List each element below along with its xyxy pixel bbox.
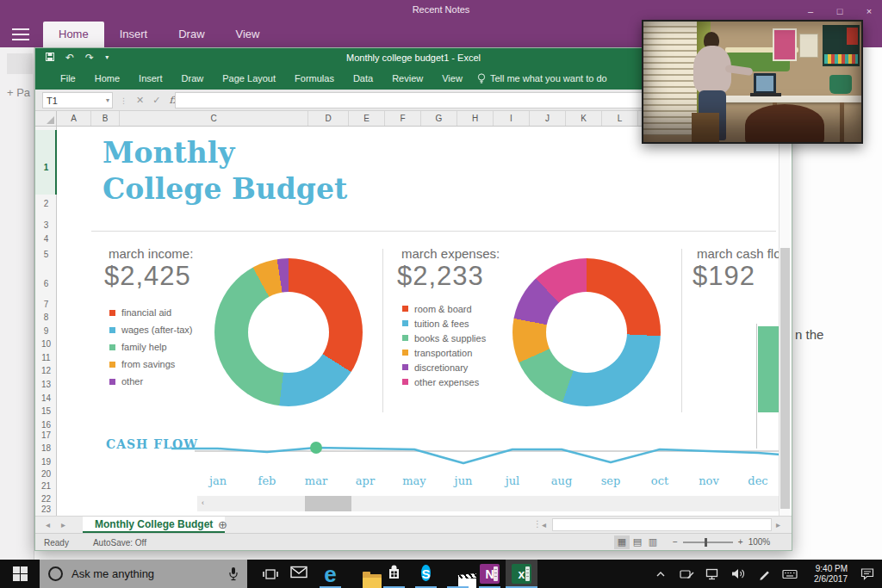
- row-header-23[interactable]: 23: [35, 504, 57, 517]
- sheet-tab[interactable]: Monthly College Budget: [83, 517, 225, 533]
- video-overlay[interactable]: [642, 20, 863, 144]
- onenote-tab-view[interactable]: View: [220, 22, 276, 47]
- taskbar-app-store[interactable]: [378, 560, 410, 588]
- select-all-corner[interactable]: [35, 111, 57, 127]
- zoom-out-icon[interactable]: −: [673, 537, 678, 547]
- touch-keyboard-icon[interactable]: [777, 568, 803, 580]
- row-header-8[interactable]: 8: [35, 313, 57, 325]
- taskbar-app-mail[interactable]: [283, 560, 314, 588]
- hscroll-left-icon[interactable]: ◂: [542, 520, 546, 529]
- onenote-sidebar-button[interactable]: [7, 53, 33, 74]
- column-header-E[interactable]: E: [349, 111, 385, 127]
- column-header-D[interactable]: D: [308, 111, 349, 127]
- column-header-K[interactable]: K: [566, 111, 602, 127]
- page-break-view-button[interactable]: ▥: [645, 535, 661, 549]
- name-box[interactable]: T1▾: [42, 92, 113, 108]
- chart-horizontal-scrollbar[interactable]: ‹: [197, 496, 780, 511]
- minimize-icon[interactable]: –: [803, 6, 818, 16]
- excel-ribbon-tab-formulas[interactable]: Formulas: [285, 68, 344, 89]
- scrollbar-thumb[interactable]: [305, 496, 351, 511]
- network-icon[interactable]: [699, 567, 725, 580]
- excel-ribbon-tab-home[interactable]: Home: [85, 68, 129, 89]
- show-hidden-icons-chevron[interactable]: [648, 568, 674, 580]
- onenote-tab-draw[interactable]: Draw: [163, 22, 220, 47]
- onenote-tab-insert[interactable]: Insert: [104, 22, 164, 47]
- row-header-10[interactable]: 10: [35, 339, 57, 351]
- vertical-scrollbar-thumb[interactable]: [780, 248, 790, 509]
- excel-ribbon-tab-insert[interactable]: Insert: [129, 68, 172, 89]
- column-header-L[interactable]: L: [602, 111, 638, 127]
- tell-me-box[interactable]: Tell me what you want to do: [477, 73, 607, 84]
- row-header-1[interactable]: 1: [35, 163, 57, 175]
- sheet-prev-icon[interactable]: ◂: [46, 520, 50, 529]
- search-box[interactable]: Ask me anything: [40, 560, 247, 588]
- tablet-pen-device-icon[interactable]: [674, 567, 699, 580]
- taskbar-app-skype[interactable]: S: [410, 560, 442, 588]
- row-header-18[interactable]: 18: [35, 443, 57, 455]
- page-layout-view-button[interactable]: ▤: [630, 535, 645, 549]
- zoom-slider-thumb[interactable]: [705, 538, 707, 547]
- row-header-12[interactable]: 12: [35, 366, 57, 378]
- hscroll-right-icon[interactable]: ▸: [776, 520, 780, 529]
- hamburger-menu-icon[interactable]: [12, 28, 29, 40]
- cancel-formula-icon[interactable]: ✕: [136, 95, 144, 106]
- normal-view-button[interactable]: ▦: [614, 535, 630, 549]
- row-header-5[interactable]: 5: [35, 250, 57, 262]
- row-header-20[interactable]: 20: [35, 469, 57, 481]
- enter-formula-icon[interactable]: ✓: [152, 95, 160, 106]
- sheet-next-icon[interactable]: ▸: [61, 520, 65, 529]
- row-header-21[interactable]: 21: [35, 481, 57, 493]
- excel-ribbon-tab-file[interactable]: File: [51, 68, 85, 89]
- taskbar-app-movies-tv[interactable]: [442, 560, 474, 588]
- namebox-dropdown-icon[interactable]: ▾: [106, 96, 109, 104]
- row-header-15[interactable]: 15: [35, 406, 57, 418]
- taskbar-app-edge[interactable]: e: [314, 560, 346, 588]
- zoom-slider[interactable]: [683, 542, 733, 543]
- column-header-B[interactable]: B: [91, 111, 120, 127]
- cashflow-bar[interactable]: [758, 326, 780, 412]
- column-header-J[interactable]: J: [530, 111, 566, 127]
- row-header-13[interactable]: 13: [35, 380, 57, 392]
- horizontal-scrollbar[interactable]: [552, 518, 772, 531]
- windows-ink-pen-icon[interactable]: [751, 567, 777, 580]
- microphone-icon[interactable]: [228, 566, 239, 585]
- zoom-in-icon[interactable]: +: [738, 537, 743, 547]
- start-button[interactable]: [0, 560, 40, 588]
- taskbar-clock[interactable]: 9:40 PM 2/6/2017: [803, 564, 848, 585]
- row-header-17[interactable]: 17: [35, 430, 57, 443]
- row-header-4[interactable]: 4: [35, 234, 57, 246]
- excel-ribbon-tab-review[interactable]: Review: [382, 68, 432, 89]
- zoom-level[interactable]: 100%: [748, 537, 771, 547]
- volume-icon[interactable]: [725, 567, 751, 580]
- column-header-F[interactable]: F: [385, 111, 421, 127]
- row-header-6[interactable]: 6: [35, 279, 57, 291]
- expenses-donut-chart[interactable]: [512, 258, 661, 406]
- taskbar-app-file-explorer[interactable]: [346, 560, 378, 588]
- row-header-3[interactable]: 3: [35, 220, 57, 232]
- taskbar-app-onenote[interactable]: N: [474, 560, 506, 588]
- close-icon[interactable]: ×: [861, 6, 877, 16]
- excel-ribbon-tab-data[interactable]: Data: [344, 68, 382, 89]
- maximize-icon[interactable]: □: [832, 6, 848, 16]
- new-sheet-icon[interactable]: ⊕: [218, 518, 227, 531]
- column-header-A[interactable]: A: [57, 111, 91, 127]
- excel-ribbon-tab-page-layout[interactable]: Page Layout: [213, 68, 285, 89]
- row-header-14[interactable]: 14: [35, 393, 57, 405]
- scroll-left-icon[interactable]: ‹: [202, 498, 204, 507]
- taskbar-app-excel[interactable]: x: [506, 560, 537, 588]
- income-donut-chart[interactable]: [214, 258, 363, 406]
- row-header-2[interactable]: 2: [35, 199, 57, 211]
- column-header-G[interactable]: G: [421, 111, 457, 127]
- vertical-scrollbar[interactable]: [779, 127, 790, 517]
- worksheet-canvas[interactable]: Monthly College Budget march income: $2,…: [57, 127, 780, 517]
- add-page-button[interactable]: + Pa: [7, 86, 36, 99]
- row-header-19[interactable]: 19: [35, 457, 57, 469]
- row-header-9[interactable]: 9: [35, 326, 57, 338]
- row-header-7[interactable]: 7: [35, 300, 57, 312]
- column-header-I[interactable]: I: [494, 111, 530, 127]
- column-header-H[interactable]: H: [457, 111, 494, 127]
- row-header-11[interactable]: 11: [35, 353, 57, 365]
- column-header-C[interactable]: C: [120, 111, 308, 127]
- onenote-tab-home[interactable]: Home: [43, 22, 104, 47]
- excel-ribbon-tab-view[interactable]: View: [432, 68, 472, 89]
